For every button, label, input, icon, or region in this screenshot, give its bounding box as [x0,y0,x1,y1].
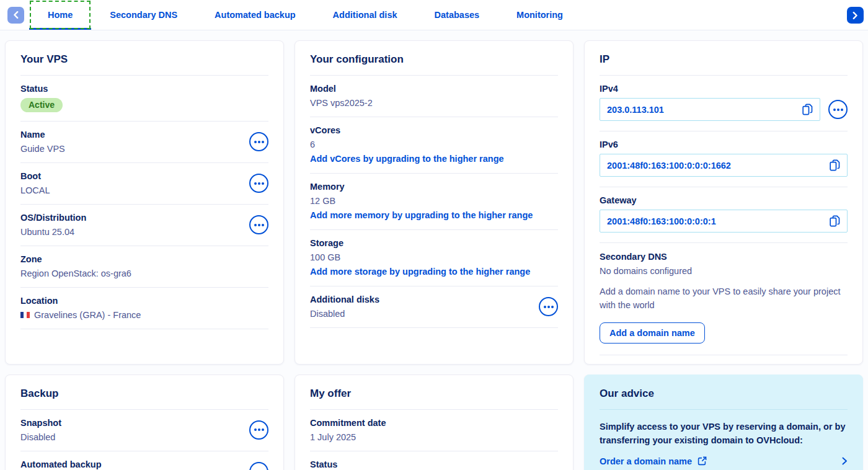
field-memory: Memory 12 GB Add more memory by upgradin… [310,174,558,230]
field-label: Gateway [600,195,848,205]
field-value: 6 [310,140,504,149]
menu-button-boot[interactable] [249,174,268,193]
field-offer-status: Status Automatic renewal [310,451,558,470]
field-commitment-date: Commitment date 1 July 2025 [310,410,558,451]
field-os-distribution: OS/Distribution Ubuntu 25.04 [20,205,268,246]
upgrade-vcores-link[interactable]: Add vCores by upgrading to the higher ra… [310,154,504,164]
field-label: IPv4 [600,84,848,94]
field-ipv6: IPv6 2001:48f0:163:100:0:0:0:1662 [600,131,848,187]
tab-monitoring[interactable]: Monitoring [498,0,582,30]
ellipsis-menu-icon [258,428,260,431]
field-zone: Zone Region OpenStack: os-gra6 [20,246,268,288]
status-badge-active: Active [20,98,63,112]
field-vcores: vCores 6 Add vCores by upgrading to the … [310,117,558,174]
card-your-configuration: Your configuration Model VPS vps2025-2 v… [294,40,574,365]
field-label: Automated backup [20,459,102,469]
copy-button-ipv6[interactable] [830,159,840,171]
ipv6-value: 2001:48f0:163:100:0:0:0:1662 [607,161,731,171]
order-domain-name-link[interactable]: Order a domain name [600,456,707,466]
ellipsis-menu-icon [258,224,260,226]
field-name: Name Guide VPS [20,122,268,163]
field-location: Location Gravelines (GRA) - France [20,288,268,329]
ipv6-value-field: 2001:48f0:163:100:0:0:0:1662 [600,154,848,177]
chevron-right-icon [852,12,858,19]
field-label: vCores [310,125,504,135]
card-our-advice: Our advice Simplify access to your VPS b… [584,375,863,470]
secondary-dns-status: No domains configured [600,266,848,276]
add-domain-name-button[interactable]: Add a domain name [600,322,705,344]
field-label: Additional disks [310,295,379,304]
menu-button-ipv4[interactable] [828,100,848,119]
field-value: Ubuntu 25.04 [20,227,86,237]
field-additional-disks: Additional disks Disabled [310,286,558,328]
tab-secondary-dns[interactable]: Secondary DNS [91,0,196,30]
field-label: Zone [20,254,131,264]
tab-databases[interactable]: Databases [416,0,498,30]
field-value: 1 July 2025 [310,432,386,442]
field-gateway: Gateway 2001:48f0:163:100:0:0:0:1 [600,187,848,243]
field-storage: Storage 100 GB Add more storage by upgra… [310,230,558,286]
card-your-vps: Your VPS Status Active Name Guide VPS Bo… [5,40,284,365]
tab-label: Additional disk [333,10,397,20]
field-value: Gravelines (GRA) - France [34,310,141,320]
menu-button-snapshot[interactable] [249,420,268,440]
field-snapshot: Snapshot Disabled [20,410,268,451]
card-title: IP [600,53,848,76]
copy-icon [830,215,840,227]
field-boot: Boot LOCAL [20,163,268,205]
ellipsis-menu-icon [837,109,839,111]
field-label: Boot [20,171,50,181]
field-value: LOCAL [20,185,50,195]
tab-home[interactable]: Home [29,0,91,30]
chevron-left-icon [13,11,19,19]
field-label: Name [20,130,65,140]
order-domain-link-label: Order a domain name [600,456,692,466]
field-value: Guide VPS [20,144,65,154]
card-my-offer: My offer Commitment date 1 July 2025 Sta… [294,375,574,470]
field-label: Model [310,84,373,94]
tab-label: Monitoring [516,10,563,20]
tab-additional-disk[interactable]: Additional disk [314,0,416,30]
field-label: Storage [310,238,530,248]
field-value: 100 GB [310,252,530,262]
field-value: VPS vps2025-2 [310,98,373,108]
gateway-value: 2001:48f0:163:100:0:0:0:1 [607,216,716,226]
menu-button-name[interactable] [249,132,268,151]
field-value: Disabled [20,432,61,442]
field-label: Status [310,459,403,469]
copy-button-ipv4[interactable] [802,104,813,115]
copy-button-gateway[interactable] [830,215,840,227]
field-secondary-dns: Secondary DNS No domains configured Add … [600,243,848,355]
dashboard-row-1: Your VPS Status Active Name Guide VPS Bo… [0,30,868,365]
field-value: Region OpenStack: os-gra6 [20,268,131,278]
copy-icon [802,104,813,115]
menu-button-additional-disks[interactable] [539,297,558,316]
field-value: 12 GB [310,196,533,206]
card-title: Your configuration [310,53,558,76]
field-model: Model VPS vps2025-2 [310,76,558,117]
service-tabs-bar: Home Secondary DNS Automated backup Addi… [0,0,868,30]
field-status: Status Active [20,76,268,122]
copy-icon [830,159,840,171]
france-flag-icon [20,312,30,318]
card-ip: IP IPv4 203.0.113.101 IPv6 2001:48f0:163… [584,40,863,365]
card-backup: Backup Snapshot Disabled Automated backu… [5,375,284,470]
upgrade-storage-link[interactable]: Add more storage by upgrading to the hig… [310,267,530,277]
tab-label: Automated backup [215,10,296,20]
field-value: Disabled [310,309,379,319]
menu-button-automated-backup[interactable] [249,462,268,470]
field-ipv4: IPv4 203.0.113.101 [600,76,848,131]
ellipsis-menu-icon [258,141,260,143]
menu-button-os-distribution[interactable] [249,215,268,234]
external-link-icon [698,456,707,466]
tab-automated-backup[interactable]: Automated backup [196,0,314,30]
field-label: OS/Distribution [20,213,86,223]
tab-label: Secondary DNS [110,10,177,20]
tabs-scroll-next-button[interactable] [847,7,864,24]
tabs-scroll-prev-button[interactable] [7,7,24,24]
upgrade-memory-link[interactable]: Add more memory by upgrading to the high… [310,210,533,220]
field-label: Memory [310,182,533,192]
gateway-value-field: 2001:48f0:163:100:0:0:0:1 [600,210,848,233]
chevron-right-icon[interactable] [842,457,848,465]
field-label: Commitment date [310,418,386,428]
